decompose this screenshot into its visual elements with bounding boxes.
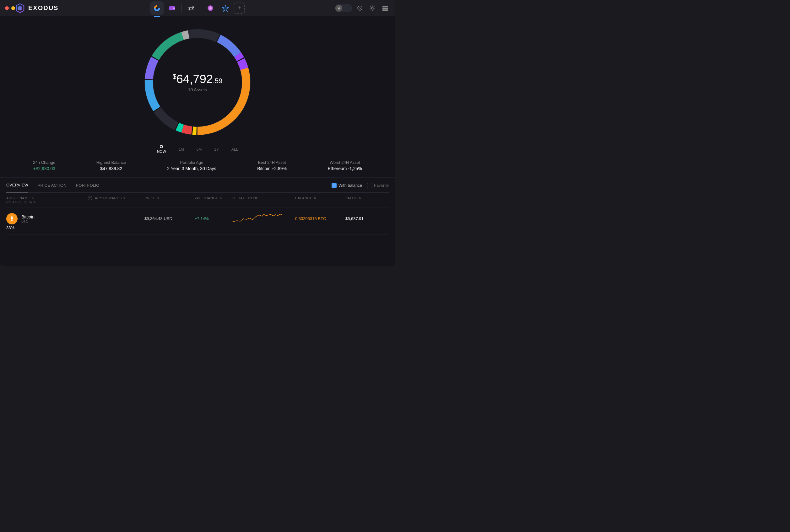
history-icon-button[interactable]	[355, 3, 365, 13]
td-portfolio-bitcoin: 33%	[6, 225, 88, 230]
history-icon	[357, 5, 363, 11]
nav-divider-2	[201, 4, 201, 12]
sort-icon-price: ⇅	[157, 196, 160, 200]
nav-earn[interactable]	[219, 1, 232, 15]
td-change-bitcoin: +7.14%	[195, 216, 232, 221]
asset-table-area: OVERVIEW PRICE ACTION PORTFOLIO ✓ With b…	[0, 178, 395, 235]
nav-wallet[interactable]	[165, 1, 179, 15]
app-title: EXODUS	[28, 4, 58, 12]
th-30day-trend: 30 DAY TREND	[232, 196, 295, 200]
bitcoin-icon: ₿	[6, 213, 18, 224]
table-row[interactable]: ₿ Bitcoin BTC $9,364.48 USD +7.14% 0.602…	[6, 207, 389, 235]
asset-name-group: Bitcoin BTC	[21, 214, 35, 223]
stat-worst-24h: Worst 24H Asset Ethereum -1,25%	[328, 160, 362, 171]
table-header: ASSET NAME ⇅ ? APY REWARDS ⇅ PRICE ⇅ 24H…	[6, 193, 389, 207]
settings-icon	[370, 5, 375, 11]
donut-center-value: $64,792.59 10 Assets	[172, 73, 222, 92]
with-balance-checkbox[interactable]: ✓	[332, 183, 337, 188]
stats-bar: 24h Change +$2,930.03 Highest Balance $4…	[0, 154, 395, 178]
favorite-toggle[interactable]: Favorite	[367, 183, 389, 188]
sort-icon-24h: ⇅	[220, 196, 222, 200]
asset-ticker-bitcoin: BTC	[21, 220, 35, 223]
favorite-label: Favorite	[374, 183, 389, 188]
donut-chart: $64,792.59 10 Assets	[138, 23, 257, 142]
svg-point-11	[224, 6, 227, 10]
svg-rect-22	[384, 10, 386, 11]
th-balance[interactable]: BALANCE ⇅	[295, 196, 345, 200]
sort-icon-asset: ⇅	[32, 196, 34, 200]
nav-center: +	[150, 1, 245, 15]
svg-rect-15	[382, 6, 384, 7]
nft-icon	[207, 5, 214, 12]
timeline-1y[interactable]: 1Y	[214, 147, 219, 152]
nav-add-button[interactable]: +	[233, 2, 245, 14]
close-button[interactable]	[5, 6, 9, 10]
sort-icon-apy: ⇅	[123, 196, 126, 200]
th-price[interactable]: PRICE ⇅	[145, 196, 195, 200]
asset-cell-bitcoin: ₿ Bitcoin BTC	[6, 213, 88, 224]
nav-right	[335, 3, 390, 13]
th-portfolio-pct[interactable]: PORTFOLIO % ⇅	[6, 200, 88, 204]
stat-best-24h: Best 24H Asset Bitcoin +2.89%	[257, 160, 287, 171]
nav-portfolio[interactable]	[150, 1, 164, 15]
timeline-now[interactable]: NOW	[157, 145, 166, 154]
portfolio-icon	[153, 5, 161, 12]
sort-icon-portfolio: ⇅	[33, 201, 36, 204]
apps-grid-icon	[382, 5, 388, 11]
apy-help-icon: ?	[88, 196, 92, 200]
titlebar: EXODUS	[0, 0, 395, 16]
tab-overview[interactable]: OVERVIEW	[6, 183, 28, 192]
svg-rect-21	[382, 10, 384, 11]
with-balance-label: With balance	[338, 183, 362, 188]
tab-price-action[interactable]: PRICE ACTION	[38, 183, 67, 192]
portfolio-value: $64,792.59	[172, 73, 222, 86]
settings-icon-button[interactable]	[368, 3, 377, 13]
nav-nft[interactable]	[204, 1, 217, 15]
svg-rect-18	[382, 7, 384, 9]
th-24h-change[interactable]: 24H CHANGE ⇅	[195, 196, 232, 200]
minimize-button[interactable]	[11, 6, 15, 10]
timeline-1m[interactable]: 1M	[178, 147, 184, 152]
favorite-checkbox[interactable]	[367, 183, 372, 188]
svg-marker-1	[18, 6, 22, 11]
asset-name-bitcoin: Bitcoin	[21, 214, 35, 220]
svg-rect-12	[338, 8, 340, 10]
earn-icon	[222, 5, 229, 12]
td-trend-bitcoin	[232, 212, 295, 225]
svg-point-10	[209, 6, 212, 10]
sort-icon-value: ⇅	[359, 196, 361, 200]
td-balance-bitcoin: 0.60205315 BTC	[295, 216, 345, 221]
sparkline-bitcoin	[232, 212, 283, 224]
svg-rect-20	[386, 7, 388, 9]
svg-rect-17	[386, 6, 388, 7]
svg-rect-16	[384, 6, 386, 7]
th-apy-rewards[interactable]: ? APY REWARDS ⇅	[88, 196, 145, 200]
svg-point-8	[174, 8, 174, 8]
lock-toggle[interactable]	[335, 4, 352, 12]
lock-knob	[335, 5, 342, 12]
main-content: $64,792.59 10 Assets NOW 1M 6M 1Y ALL	[0, 16, 395, 266]
chart-area: $64,792.59 10 Assets NOW 1M 6M 1Y ALL	[0, 16, 395, 154]
th-value[interactable]: VALUE ⇅	[345, 196, 383, 200]
lock-icon	[337, 6, 340, 10]
table-tab-filters: ✓ With balance Favorite	[332, 183, 389, 192]
table-tabs: OVERVIEW PRICE ACTION PORTFOLIO ✓ With b…	[6, 178, 389, 193]
apps-icon-button[interactable]	[380, 3, 390, 13]
stat-highest-balance: Highest Balance $47,839.82	[96, 160, 126, 171]
tab-portfolio[interactable]: PORTFOLIO	[76, 183, 99, 192]
stat-portfolio-age: Portfolio Age 2 Year, 3 Month, 30 Days	[167, 160, 216, 171]
timeline-all[interactable]: ALL	[231, 147, 238, 152]
currency-symbol: $	[172, 73, 176, 80]
timeline-6m[interactable]: 6M	[196, 147, 202, 152]
svg-rect-19	[384, 7, 386, 9]
th-asset-name[interactable]: ASSET NAME ⇅	[6, 196, 88, 200]
with-balance-toggle[interactable]: ✓ With balance	[332, 183, 362, 188]
asset-count: 10 Assets	[172, 87, 222, 92]
td-value-bitcoin: $5,637.91	[345, 216, 383, 221]
svg-point-14	[372, 7, 373, 9]
svg-rect-23	[386, 10, 388, 11]
timeline-dot-now	[160, 145, 163, 148]
logo-area: EXODUS	[15, 3, 58, 13]
stat-24h-change: 24h Change +$2,930.03	[33, 160, 55, 171]
nav-exchange[interactable]	[184, 1, 198, 15]
